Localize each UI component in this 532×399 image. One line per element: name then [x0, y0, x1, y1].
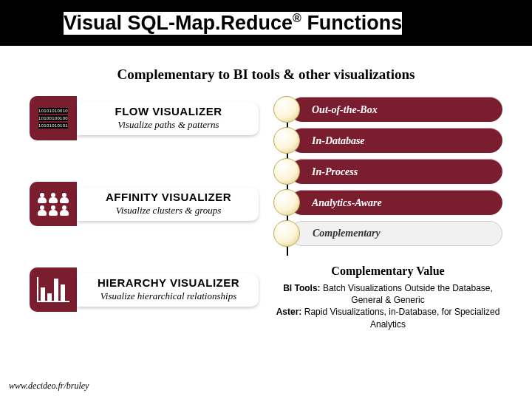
subtitle: Complementary to BI tools & other visual… [0, 66, 532, 83]
title-post: Functions [301, 12, 403, 34]
card-title: FLOW VISUALIZER [84, 105, 253, 117]
title-pre: Visual SQL-Map.Reduce [64, 12, 293, 34]
binary-row: 10101010010 [38, 108, 68, 114]
title-bar: Visual SQL-Map.Reduce® Functions [0, 0, 532, 46]
card-subtitle: Visualize hierarchical relationships [84, 290, 253, 302]
card-subtitle: Visualize paths & patterns [84, 119, 253, 131]
binary-row: 10100100100 [38, 115, 68, 121]
pill-row: In-Database [273, 127, 502, 154]
pill-row: Analytics-Aware [273, 189, 502, 216]
binary-row: 10101010101 [38, 123, 68, 129]
page-title: Visual SQL-Map.Reduce® Functions [64, 12, 402, 35]
card-flow: 10101010010 10100100100 10101010101 FLOW… [30, 96, 259, 140]
comp-title: Complementary Value [273, 265, 502, 278]
binary-data-icon: 10101010010 10100100100 10101010101 [30, 96, 77, 140]
pill-row: Complementary [273, 220, 502, 247]
card-affinity: AFFINITY VISUALIZER Visualize clusters &… [30, 182, 259, 226]
pill-label: Out-of-the-Box [290, 97, 502, 122]
complementary-value-block: Complementary Value BI Tools: Batch Visu… [273, 265, 502, 330]
people-cluster-icon [30, 182, 77, 226]
left-column: 10101010010 10100100100 10101010101 FLOW… [30, 96, 259, 330]
bullet-dot-icon [273, 220, 300, 247]
pill-label: Complementary [290, 221, 502, 246]
bullet-dot-icon [273, 127, 300, 154]
card-body: FLOW VISUALIZER Visualize paths & patter… [77, 102, 259, 135]
title-registered: ® [293, 12, 301, 24]
card-hierarchy: HIERARCHY VISUALIZER Visualize hierarchi… [30, 267, 259, 312]
bullet-dot-icon [273, 189, 300, 216]
pill-label: Analytics-Aware [290, 190, 502, 215]
bar-chart-icon [30, 267, 77, 312]
bullet-dot-icon [273, 158, 300, 185]
pill-row: In-Process [273, 158, 502, 185]
right-column: Out-of-the-Box In-Database In-Process An… [273, 96, 502, 330]
card-subtitle: Visualize clusters & groups [84, 205, 253, 216]
footer-url: www.decideo.fr/bruley [9, 381, 89, 392]
comp-line2-text: Rapid Visualizations, in-Database, for S… [301, 307, 499, 329]
comp-line1-text: Batch Visualizations Outside the Databas… [321, 283, 493, 305]
content: 10101010010 10100100100 10101010101 FLOW… [0, 96, 532, 330]
comp-line1-label: BI Tools: [283, 283, 320, 293]
card-title: AFFINITY VISUALIZER [84, 191, 253, 203]
comp-line2-label: Aster: [276, 307, 302, 317]
pill-label: In-Process [290, 159, 502, 184]
comp-body: BI Tools: Batch Visualizations Outside t… [273, 282, 502, 330]
feature-pill-list: Out-of-the-Box In-Database In-Process An… [273, 96, 502, 247]
card-body: HIERARCHY VISUALIZER Visualize hierarchi… [77, 273, 259, 307]
pill-row: Out-of-the-Box [273, 96, 502, 123]
pill-label: In-Database [290, 128, 502, 153]
card-body: AFFINITY VISUALIZER Visualize clusters &… [77, 188, 259, 221]
bullet-dot-icon [273, 96, 300, 123]
card-title: HIERARCHY VISUALIZER [84, 276, 253, 289]
